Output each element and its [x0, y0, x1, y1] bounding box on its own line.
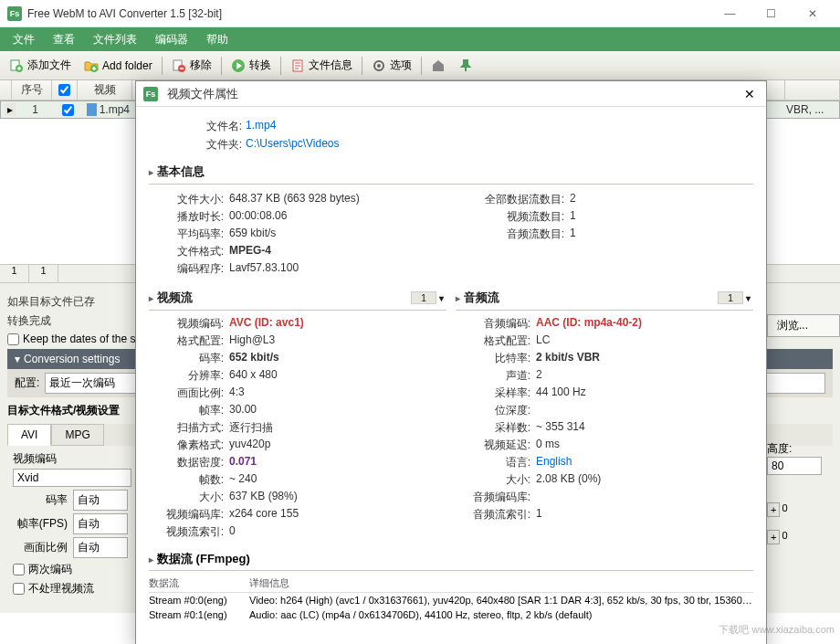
menu-filelist[interactable]: 文件列表	[84, 28, 146, 51]
pin-button[interactable]	[453, 56, 478, 76]
menu-file[interactable]: 文件	[4, 28, 44, 51]
pin-icon	[458, 58, 473, 73]
play-icon	[231, 58, 246, 73]
col-idx[interactable]: 序号	[12, 80, 52, 100]
browse-button[interactable]: 浏览...	[767, 314, 840, 337]
add-file-button[interactable]: 添加文件	[4, 55, 77, 76]
col-check[interactable]	[52, 80, 78, 100]
row-checkbox[interactable]	[62, 104, 74, 116]
bitrate-select[interactable]: 自动	[73, 490, 128, 511]
col-video[interactable]: 视频	[78, 80, 132, 100]
folder-link[interactable]: C:\Users\pc\Videos	[246, 137, 340, 153]
height-input[interactable]: 80	[767, 457, 822, 475]
minimize-button[interactable]: —	[709, 0, 751, 27]
menu-view[interactable]: 查看	[44, 28, 84, 51]
options-button[interactable]: 选项	[366, 55, 417, 76]
home-icon	[431, 58, 446, 73]
video-codec-select[interactable]: Xvid	[13, 469, 131, 487]
stream-row[interactable]: Stream #0:0(eng)Video: h264 (High) (avc1…	[149, 593, 753, 607]
audio-stream-section[interactable]: ▸音频流1▾	[456, 286, 753, 311]
add-file-icon	[9, 58, 24, 73]
remove-icon	[172, 58, 186, 73]
fps-select[interactable]: 自动	[73, 513, 128, 534]
maximize-button[interactable]: ☐	[751, 0, 792, 27]
file-icon	[87, 103, 97, 116]
svg-point-8	[377, 64, 381, 68]
add-folder-button[interactable]: Add folder	[79, 56, 158, 76]
toolbar: 添加文件 Add folder 移除 转换 文件信息 选项	[0, 51, 840, 80]
file-properties-dialog: Fs 视频文件属性 ✕ 文件名:1.mp4 文件夹:C:\Users\pc\Vi…	[135, 80, 767, 644]
dialog-close-button[interactable]: ✕	[740, 85, 759, 103]
keep-dates-checkbox[interactable]	[7, 333, 19, 345]
app-icon: Fs	[7, 6, 22, 21]
header-checkbox[interactable]	[58, 84, 70, 96]
dialog-title: 视频文件属性	[163, 86, 740, 102]
watermark: 下载吧 www.xiazaiba.com	[719, 623, 835, 637]
chevron-down-icon: ▾	[15, 353, 20, 365]
window-title: Free WebM to AVI Converter 1.5 [32-bit]	[27, 7, 709, 20]
file-name-link[interactable]: 1.mp4	[246, 119, 276, 134]
two-pass-checkbox[interactable]	[13, 564, 25, 575]
tab-avi[interactable]: AVI	[7, 424, 51, 446]
close-button[interactable]: ✕	[792, 0, 833, 27]
stream-row[interactable]: Stream #0:1(eng)Audio: aac (LC) (mp4a / …	[149, 607, 753, 622]
aspect-select[interactable]: 自动	[73, 537, 128, 558]
right-side-panel: 浏览... 高度: 80 +0 +0	[767, 311, 840, 544]
row-marker-icon: ▸	[5, 103, 16, 116]
gear-icon	[372, 58, 386, 73]
plus-icon[interactable]: +	[767, 530, 780, 544]
menubar: 文件 查看 文件列表 编码器 帮助	[0, 27, 840, 51]
convert-button[interactable]: 转换	[226, 55, 277, 76]
tab-mpg[interactable]: MPG	[51, 424, 103, 446]
dialog-titlebar: Fs 视频文件属性 ✕	[136, 81, 766, 107]
app-icon: Fs	[143, 87, 158, 101]
streams-table: 数据流详细信息 Stream #0:0(eng)Video: h264 (Hig…	[149, 575, 753, 622]
home-button[interactable]	[425, 56, 451, 76]
remove-button[interactable]: 移除	[166, 55, 217, 76]
menu-encoder[interactable]: 编码器	[146, 28, 197, 51]
menu-help[interactable]: 帮助	[197, 28, 237, 51]
titlebar: Fs Free WebM to AVI Converter 1.5 [32-bi…	[0, 0, 840, 27]
info-icon	[290, 58, 305, 73]
add-folder-icon	[84, 58, 99, 73]
ffmpeg-streams-section[interactable]: ▸数据流 (FFmpeg)	[149, 551, 753, 571]
file-info-button[interactable]: 文件信息	[285, 55, 358, 76]
no-video-checkbox[interactable]	[13, 583, 25, 595]
basic-info-section[interactable]: ▸基本信息	[149, 160, 753, 185]
plus-icon[interactable]: +	[767, 502, 780, 517]
video-stream-section[interactable]: ▸视频流1▾	[149, 286, 446, 311]
